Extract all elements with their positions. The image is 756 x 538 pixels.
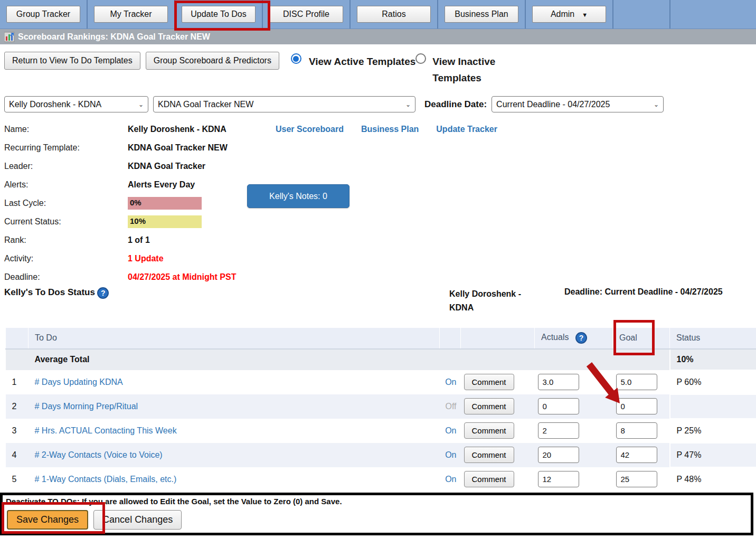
nav-filler	[670, 0, 756, 29]
cancel-changes-button[interactable]: Cancel Changes	[93, 510, 182, 530]
avg-empty3	[535, 349, 613, 370]
row-number: 5	[6, 467, 29, 492]
todo-link[interactable]: # Days Morning Prep/Ritual	[35, 402, 138, 411]
footer-buttons: Save Changes Cancel Changes	[7, 510, 751, 530]
row-number: 4	[6, 443, 29, 467]
bar-chart-icon	[4, 32, 15, 42]
comment-button[interactable]: Comment	[464, 422, 514, 439]
page: Group Tracker My Tracker Update To Dos D…	[0, 0, 756, 538]
filters-row: Kelly Doroshenk - KDNA ⌄ KDNA Goal Track…	[0, 96, 756, 112]
template-select[interactable]: KDNA Goal Tracker NEW ⌄	[153, 96, 415, 112]
avg-empty1	[440, 349, 461, 370]
table-row: 1 # Days Updating KDNA On Comment P 60%	[6, 370, 756, 394]
actual-input[interactable]	[538, 447, 579, 463]
goal-input[interactable]	[616, 374, 657, 390]
deadline-value: 04/27/2025 at Midnight PST	[128, 272, 236, 282]
status-cell: P 47%	[670, 443, 756, 467]
onoff-indicator: On	[445, 377, 456, 386]
radio-active-label[interactable]: View Active Templates	[309, 53, 415, 70]
table-header-row: To Do Actuals ? Goal Status	[6, 328, 756, 349]
disc-profile-button[interactable]: DISC Profile	[269, 6, 343, 23]
user-scoreboard-link[interactable]: User Scoreboard	[276, 125, 344, 134]
nav-cell-admin: Admin▼	[526, 0, 613, 29]
alerts-label: Alerts:	[4, 180, 128, 190]
chevron-down-icon: ⌄	[654, 101, 659, 108]
footer-panel: Deactivate TO DOs: If you are allowed to…	[0, 493, 753, 535]
current-status-bar: 10%	[128, 215, 202, 228]
goal-input[interactable]	[616, 422, 657, 439]
save-changes-button[interactable]: Save Changes	[7, 510, 88, 530]
comment-button[interactable]: Comment	[464, 374, 514, 390]
actuals-help-icon[interactable]: ?	[575, 332, 587, 344]
business-plan-button[interactable]: Business Plan	[445, 6, 518, 23]
leader-value: KDNA Goal Tracker	[128, 162, 205, 171]
page-title: Scoreboard Rankings: KDNA Goal Tracker N…	[18, 32, 210, 42]
titlebar: Scoreboard Rankings: KDNA Goal Tracker N…	[0, 29, 756, 44]
info-row-leader: Leader: KDNA Goal Tracker	[4, 160, 752, 173]
comment-button[interactable]: Comment	[464, 471, 514, 487]
radio-active-templates[interactable]	[291, 53, 301, 64]
template-view-radio-group: View Active Templates View Inactive Temp…	[291, 52, 512, 86]
status-section-header: Kelly's To Dos Status ? Kelly Doroshenk …	[0, 287, 756, 315]
goal-input[interactable]	[616, 471, 657, 487]
nav-spacer	[613, 0, 670, 29]
help-icon[interactable]: ?	[97, 287, 109, 299]
todo-link[interactable]: # 2-Way Contacts (Voice to Voice)	[35, 450, 163, 459]
nav-cell-update-to-dos: Update To Dos	[175, 0, 263, 29]
actuals-header-label: Actuals	[541, 333, 569, 342]
comment-button[interactable]: Comment	[464, 447, 514, 463]
group-scoreboard-button[interactable]: Group Scoreboard & Predictors	[146, 52, 279, 70]
status-cell: P 48%	[670, 467, 756, 492]
info-row-name: Name: Kelly Doroshenk - KDNA User Scoreb…	[4, 123, 752, 136]
admin-dropdown-button[interactable]: Admin▼	[532, 6, 606, 23]
current-status-label: Current Status:	[4, 217, 128, 226]
nav-cell-group-tracker: Group Tracker	[0, 0, 88, 29]
group-tracker-button[interactable]: Group Tracker	[6, 6, 80, 23]
return-to-templates-button[interactable]: Return to View To Do Templates	[4, 52, 140, 70]
table-row: 3 # Hrs. ACTUAL Contacting This Week On …	[6, 419, 756, 443]
user-select[interactable]: Kelly Doroshenk - KDNA ⌄	[4, 96, 148, 112]
nav-cell-business-plan: Business Plan	[438, 0, 526, 29]
info-row-activity: Activity: 1 Update	[4, 252, 752, 265]
admin-label: Admin	[551, 10, 574, 18]
chevron-down-icon: ⌄	[138, 101, 144, 108]
radio-inactive-templates[interactable]	[415, 53, 426, 64]
actual-input[interactable]	[538, 374, 579, 390]
actual-input[interactable]	[538, 422, 579, 439]
comment-button[interactable]: Comment	[464, 398, 514, 414]
goal-input[interactable]	[616, 447, 657, 463]
nav-cell-my-tracker: My Tracker	[88, 0, 175, 29]
name-label: Name:	[4, 125, 128, 134]
my-tracker-button[interactable]: My Tracker	[94, 6, 168, 23]
info-row-current-status: Current Status: 10%	[4, 215, 752, 228]
update-tracker-link[interactable]: Update Tracker	[436, 125, 497, 134]
actual-input[interactable]	[538, 398, 579, 414]
goal-input[interactable]	[616, 398, 657, 414]
ratios-button[interactable]: Ratios	[357, 6, 431, 23]
deadline-select-value: Current Deadline - 04/27/2025	[496, 100, 610, 109]
todo-link[interactable]: # 1-Way Contacts (Dials, Emails, etc.)	[35, 475, 177, 484]
template-select-value: KDNA Goal Tracker NEW	[158, 100, 253, 109]
alerts-value: Alerts Every Day	[128, 180, 195, 190]
info-row-recurring: Recurring Template: KDNA Goal Tracker NE…	[4, 141, 752, 154]
kellys-notes-button[interactable]: Kelly's Notes: 0	[247, 184, 349, 208]
nav-cell-ratios: Ratios	[351, 0, 438, 29]
actual-input[interactable]	[538, 471, 579, 487]
col-status-header: Status	[670, 328, 756, 349]
activity-value: 1 Update	[128, 254, 164, 263]
rank-label: Rank:	[4, 235, 128, 245]
deadline-select[interactable]: Current Deadline - 04/27/2025 ⌄	[492, 96, 664, 112]
todo-link[interactable]: # Days Updating KDNA	[35, 377, 123, 386]
col-onoff-header	[440, 328, 461, 349]
row-number: 1	[6, 370, 29, 394]
status-cell: P 60%	[670, 370, 756, 394]
row-number: 3	[6, 419, 29, 443]
todo-link[interactable]: # Hrs. ACTUAL Contacting This Week	[35, 426, 177, 435]
average-status-cell: 10%	[670, 349, 756, 370]
deactivate-instruction: Deactivate TO DOs: If you are allowed to…	[3, 495, 751, 506]
last-cycle-bar: 0%	[128, 197, 202, 210]
radio-inactive-label[interactable]: View Inactive Templates	[432, 53, 512, 86]
business-plan-link[interactable]: Business Plan	[361, 125, 419, 134]
update-to-dos-button[interactable]: Update To Dos	[182, 6, 256, 23]
info-links: User Scoreboard Business Plan Update Tra…	[276, 125, 515, 134]
